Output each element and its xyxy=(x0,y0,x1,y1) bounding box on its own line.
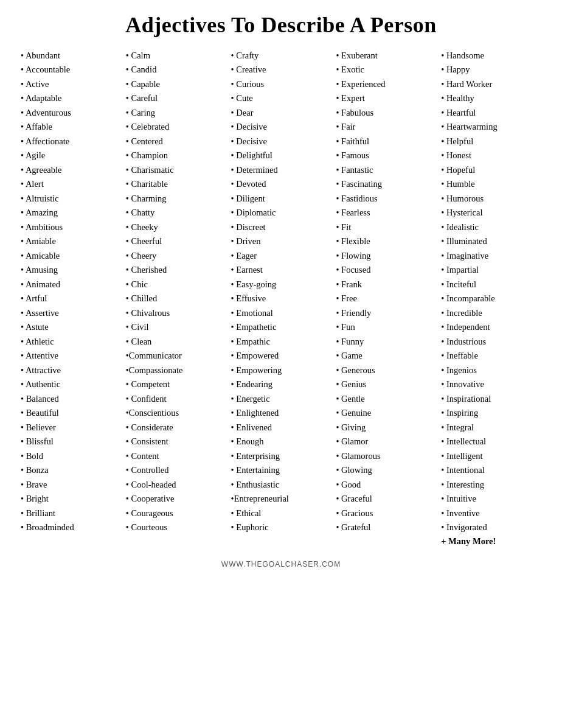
list-item: • Expert xyxy=(336,91,436,105)
list-item: • Champion xyxy=(126,149,226,163)
list-item: • Frank xyxy=(336,278,436,292)
list-item: • Confident xyxy=(126,392,226,406)
list-item: • Blissful xyxy=(21,435,121,449)
list-item: • Genius xyxy=(336,377,436,391)
list-item: • Happy xyxy=(441,63,541,77)
list-item: • Astute xyxy=(21,320,121,334)
list-item: • Decisive xyxy=(231,120,331,134)
list-item: • Balanced xyxy=(21,392,121,406)
list-item: • Careful xyxy=(126,91,226,105)
list-item: • Impartial xyxy=(441,263,541,277)
list-item: • Artful xyxy=(21,292,121,306)
list-item: • Authentic xyxy=(21,377,121,391)
list-item: • Hysterical xyxy=(441,206,541,220)
list-item: • Athletic xyxy=(21,335,121,349)
list-item: • Energetic xyxy=(231,392,331,406)
list-item: • Brilliant xyxy=(21,506,121,520)
list-item: • Bright xyxy=(21,492,121,506)
column-col3: • Crafty• Creative• Curious• Cute• Dear•… xyxy=(229,49,334,549)
list-item: • Earnest xyxy=(231,263,331,277)
list-item: • Humorous xyxy=(441,192,541,206)
list-item: • Charismatic xyxy=(126,163,226,177)
list-item: • Helpful xyxy=(441,135,541,149)
list-item: • Illuminated xyxy=(441,234,541,248)
list-item: • Enough xyxy=(231,435,331,449)
list-item: • Genuine xyxy=(336,406,436,420)
list-item: • Creative xyxy=(231,63,331,77)
list-item: • Enlivened xyxy=(231,421,331,435)
list-item: • Agile xyxy=(21,149,121,163)
list-item: •Compassionate xyxy=(126,363,226,377)
list-item: • Chivalrous xyxy=(126,306,226,320)
column-col5: • Handsome• Happy• Hard Worker• Healthy•… xyxy=(439,49,544,549)
list-item: • Fabulous xyxy=(336,106,436,120)
list-item: • Intentional xyxy=(441,463,541,477)
list-item: • Determined xyxy=(231,163,331,177)
list-item: • Courageous xyxy=(126,506,226,520)
list-item: • Gentle xyxy=(336,392,436,406)
list-item: + Many More! xyxy=(441,534,541,548)
list-item: • Bold xyxy=(21,449,121,463)
list-item: • Believer xyxy=(21,421,121,435)
list-item: • Crafty xyxy=(231,49,331,63)
list-item: • Assertive xyxy=(21,306,121,320)
list-item: • Glamor xyxy=(336,435,436,449)
list-item: • Caring xyxy=(126,106,226,120)
list-item: • Fun xyxy=(336,320,436,334)
list-item: • Integral xyxy=(441,421,541,435)
list-item: • Invigorated xyxy=(441,520,541,534)
list-item: • Entertaining xyxy=(231,463,331,477)
list-item: • Empathic xyxy=(231,335,331,349)
list-item: • Amazing xyxy=(21,206,121,220)
list-item: • Charming xyxy=(126,192,226,206)
list-item: • Honest xyxy=(441,149,541,163)
list-item: • Fascinating xyxy=(336,177,436,191)
list-item: • Controlled xyxy=(126,463,226,477)
list-item: • Dear xyxy=(231,106,331,120)
list-item: • Fair xyxy=(336,120,436,134)
list-item: • Handsome xyxy=(441,49,541,63)
list-item: • Humble xyxy=(441,177,541,191)
list-item: • Active xyxy=(21,77,121,91)
list-item: • Diligent xyxy=(231,192,331,206)
list-item: • Inspiring xyxy=(441,406,541,420)
list-item: • Incomparable xyxy=(441,292,541,306)
list-item: • Eager xyxy=(231,249,331,263)
list-item: • Heartful xyxy=(441,106,541,120)
list-item: • Broadminded xyxy=(21,520,121,534)
list-item: • Enthusiastic xyxy=(231,478,331,492)
list-item: • Fearless xyxy=(336,206,436,220)
list-item: • Euphoric xyxy=(231,520,331,534)
list-item: • Game xyxy=(336,349,436,363)
list-item: •Entrepreneurial xyxy=(231,492,331,506)
list-item: • Chilled xyxy=(126,292,226,306)
footer: WWW.THEGOALCHASER.COM xyxy=(18,560,544,569)
list-item: • Incredible xyxy=(441,306,541,320)
list-item: • Hard Worker xyxy=(441,77,541,91)
list-item: • Cheeky xyxy=(126,220,226,234)
list-item: • Calm xyxy=(126,49,226,63)
list-item: • Flowing xyxy=(336,249,436,263)
list-item: • Hopeful xyxy=(441,163,541,177)
list-item: • Flexible xyxy=(336,234,436,248)
list-item: • Cooperative xyxy=(126,492,226,506)
list-item: • Celebrated xyxy=(126,120,226,134)
list-item: • Considerate xyxy=(126,421,226,435)
list-item: • Industrious xyxy=(441,335,541,349)
column-col1: • Abundant• Accountable• Active• Adaptab… xyxy=(18,49,123,549)
list-item: • Affectionate xyxy=(21,135,121,149)
list-item: • Ineffable xyxy=(441,349,541,363)
list-item: • Amiable xyxy=(21,234,121,248)
list-item: • Abundant xyxy=(21,49,121,63)
list-item: • Attractive xyxy=(21,363,121,377)
list-item: • Exotic xyxy=(336,63,436,77)
column-col2: • Calm• Candid• Capable• Careful• Caring… xyxy=(123,49,229,549)
list-item: • Cherished xyxy=(126,263,226,277)
list-item: • Endearing xyxy=(231,377,331,391)
list-item: • Beautiful xyxy=(21,406,121,420)
list-item: • Grateful xyxy=(336,520,436,534)
list-item: • Famous xyxy=(336,149,436,163)
list-item: • Effusive xyxy=(231,292,331,306)
list-item: • Enlightened xyxy=(231,406,331,420)
list-item: • Inciteful xyxy=(441,278,541,292)
